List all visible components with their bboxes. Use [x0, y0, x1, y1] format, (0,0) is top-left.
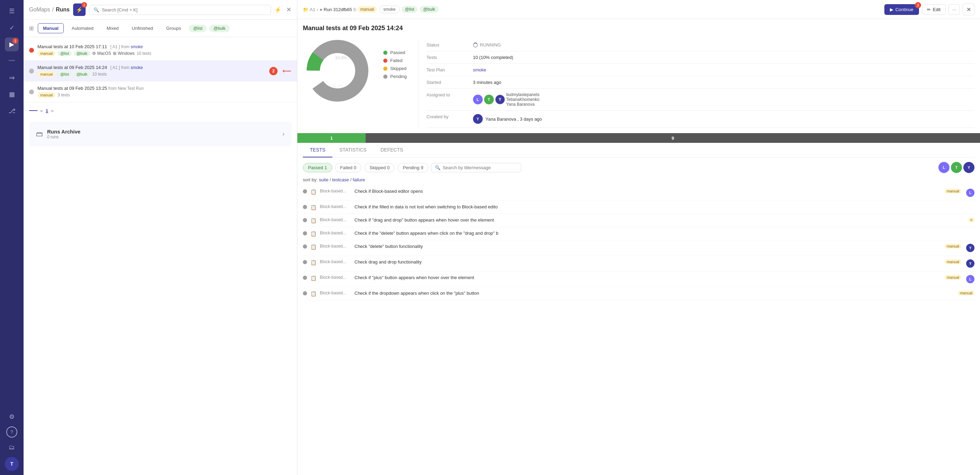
adjust-icon[interactable]: ⚡	[274, 6, 282, 13]
filter-avatar-1[interactable]: L	[939, 162, 950, 173]
stat-started: Started 3 minutes ago	[426, 76, 974, 89]
close-right-panel-button[interactable]: ✕	[963, 3, 974, 15]
smoke-tag: smoke	[379, 6, 399, 13]
library-icon[interactable]: 🗂	[5, 440, 19, 454]
runs-icon[interactable]: ▶ 1	[5, 37, 19, 51]
steps-icon[interactable]: ⇒	[5, 71, 19, 84]
tag-bulk-button[interactable]: @bulk	[209, 25, 229, 32]
list-item[interactable]: 📋 Block-based... Check "delete" button f…	[303, 240, 974, 256]
run-meta: manual 3 tests	[37, 92, 291, 98]
list-item[interactable]: 📋 Block-based... Check if "drag and drop…	[303, 214, 974, 227]
run-tag-manual: manual	[37, 92, 56, 98]
help-circle-icon[interactable]: ?	[6, 426, 18, 438]
tab-groups[interactable]: Groups	[161, 23, 186, 33]
run-meta: manual @list @bulk 10 tests	[37, 72, 266, 77]
filter-pending-button[interactable]: Pending 9	[398, 163, 428, 172]
list-item[interactable]: 📋 Block-based... Check if Block-based ed…	[303, 185, 974, 201]
more-options-button[interactable]: ···	[948, 4, 960, 15]
avatar-yana: Y	[495, 95, 505, 104]
settings-gear-icon[interactable]: ⚙	[5, 410, 19, 424]
filter-button[interactable]: ⚡ 1	[73, 3, 86, 16]
test-assignee-avatar: Y	[966, 259, 974, 268]
current-page[interactable]: 1	[46, 108, 48, 113]
user-avatar-icon[interactable]: T	[5, 457, 19, 471]
filter-avatar-3[interactable]: Y	[963, 162, 974, 173]
progress-pending: 9	[366, 133, 980, 143]
run-tag-list: @list	[57, 72, 72, 77]
progress-bar: 1 9	[298, 133, 980, 143]
pagination-line	[29, 110, 37, 111]
run-item[interactable]: Manual tests at 09 Feb 2025 13:25 from N…	[24, 81, 297, 102]
stat-assigned: Assigned to L T Y liudmylastepanetsTetia…	[426, 89, 974, 111]
list-item[interactable]: 📋 Block-based... Check if "plus" button …	[303, 271, 974, 287]
filter-avatar-2[interactable]: T	[951, 162, 962, 173]
prev-page-button[interactable]: «	[40, 108, 43, 113]
run-item[interactable]: Manual tests at 09 Feb 2025 14:24 [ A1 ]…	[24, 61, 297, 81]
test-status-dot	[303, 260, 307, 264]
tab-mixed[interactable]: Mixed	[102, 23, 124, 33]
git-branch-icon[interactable]: ⎇	[5, 104, 19, 118]
tab-defects[interactable]: DEFECTS	[374, 143, 410, 158]
right-panel-header: 📁 A1 › ● Run 312dfb65 ⎘ manual smoke @li…	[298, 0, 980, 19]
test-search-box[interactable]: 🔍	[431, 163, 521, 172]
list-item[interactable]: 📋 Block-based... Check if the filled in …	[303, 201, 974, 214]
sort-suite-link[interactable]: suite	[319, 177, 328, 182]
bulk-tag: @bulk	[420, 6, 438, 13]
close-left-panel-icon[interactable]: ✕	[286, 6, 291, 14]
run-title: Manual tests at 09 Feb 2025 13:25 from N…	[37, 86, 291, 91]
list-item[interactable]: 📋 Block-based... Check if the dropdown a…	[303, 287, 974, 300]
avatar-liudmyla: L	[473, 95, 483, 104]
archive-arrow-icon: ›	[282, 131, 285, 138]
tab-tests[interactable]: TESTS	[303, 143, 332, 158]
search-input[interactable]	[102, 7, 266, 13]
tab-unfinished[interactable]: Unfinished	[126, 23, 158, 33]
test-search-input[interactable]	[442, 165, 517, 170]
suite-icon: 📋	[310, 244, 317, 250]
suite-icon: 📋	[310, 231, 317, 236]
copy-icon[interactable]: ⎘	[353, 7, 356, 12]
filter-skipped-button[interactable]: Skipped 0	[364, 163, 395, 172]
arrow-right-icon: ⟵	[282, 67, 291, 75]
analytics-icon[interactable]: 〰	[5, 54, 19, 68]
edit-button[interactable]: ✏ Edit	[922, 4, 946, 15]
suite-icon: 📋	[310, 204, 317, 210]
test-suite-label: Block-based...	[320, 217, 351, 222]
donut-chart: 10.0% 90.0%	[303, 36, 372, 105]
run-tag-manual: manual	[37, 51, 56, 56]
test-plan-link[interactable]: smoke	[473, 67, 486, 72]
list-item[interactable]: 📋 Block-based... Check drag and drop fun…	[303, 256, 974, 271]
continue-button[interactable]: ▶ Continue 3	[885, 4, 919, 15]
tag-list-button[interactable]: @list	[189, 25, 207, 32]
runs-archive-section[interactable]: 🗃 Runs Archive 0 runs ›	[29, 122, 291, 146]
test-list: 📋 Block-based... Check if Block-based ed…	[303, 185, 974, 300]
test-title: Check if "drag and drop" button appears …	[355, 217, 963, 223]
test-title: Check "delete" button functionality	[355, 244, 940, 249]
donut-passed-label: 10.0%	[335, 56, 347, 61]
filter-badge: 1	[81, 2, 87, 8]
search-box[interactable]: 🔍	[89, 5, 271, 15]
run-item[interactable]: Manual tests at 10 Feb 2025 17:11 [ A1 ]…	[24, 40, 297, 61]
bar-chart-icon[interactable]: ▦	[5, 88, 19, 101]
menu-icon[interactable]: ☰	[5, 4, 19, 18]
test-tag-manual: manual	[945, 244, 961, 249]
tab-automated[interactable]: Automated	[67, 23, 99, 33]
next-page-button[interactable]: »	[51, 108, 54, 113]
test-tag-n: n	[968, 217, 974, 222]
legend-failed: Failed	[383, 58, 407, 63]
test-status-dot	[303, 231, 307, 236]
detail-breadcrumb: 📁 A1 › ● Run 312dfb65 ⎘ manual	[303, 6, 377, 13]
sort-testcase-link[interactable]: testcase	[332, 177, 349, 182]
list-item[interactable]: 📋 Block-based... Check if the "delete" b…	[303, 227, 974, 240]
filter-failed-button[interactable]: Failed 0	[335, 163, 362, 172]
tab-statistics[interactable]: STATISTICS	[332, 143, 374, 158]
stats-panel: Status RUNNING Tests 10 (10% completed) …	[418, 39, 974, 128]
left-panel-header: GoMaps / Runs ⚡ 1 🔍 ⚡ ✕	[24, 0, 297, 20]
check-icon[interactable]: ✓	[5, 21, 19, 35]
filter-passed-button[interactable]: Passed 1	[303, 163, 332, 172]
test-search-icon: 🔍	[435, 165, 441, 170]
run-info: Manual tests at 10 Feb 2025 17:11 [ A1 ]…	[37, 44, 291, 56]
archive-title: Runs Archive	[47, 129, 80, 134]
sort-failure-link[interactable]: failure	[353, 177, 365, 182]
tab-manual[interactable]: Manual	[38, 23, 64, 33]
app-name: GoMaps	[29, 6, 50, 13]
